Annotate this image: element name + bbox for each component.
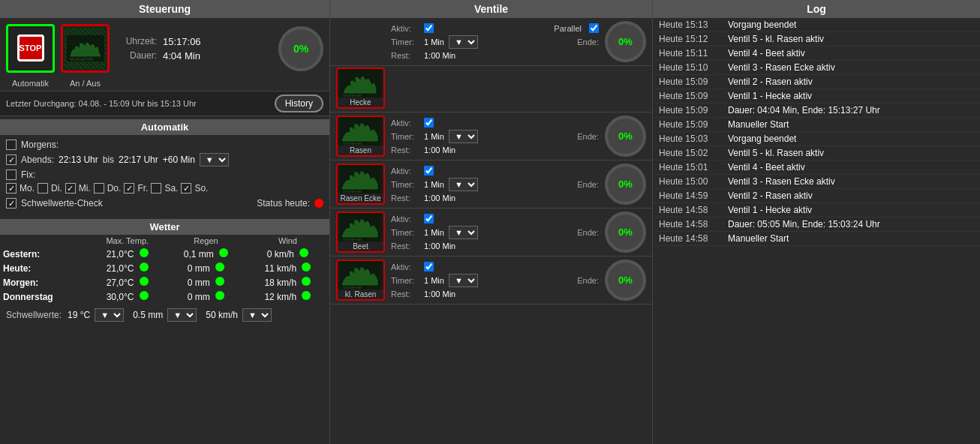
log-table: Heute 15:13 Vorgang beendet Heute 15:12 … bbox=[653, 18, 980, 444]
steuerung-panel: Steuerung STOP NEXR★STAR Uhrzeit: 15:17:… bbox=[0, 0, 330, 444]
do-regen-dot bbox=[215, 291, 224, 300]
beet-timer-dropdown[interactable]: ▼ bbox=[449, 226, 478, 239]
morgen-temp: 27,0°C bbox=[89, 275, 166, 290]
morgens-label: Morgens: bbox=[21, 140, 59, 150]
rasen-percent: 0% bbox=[605, 116, 646, 157]
stop-button[interactable]: STOP bbox=[6, 24, 55, 73]
morgen-regen: 0 mm bbox=[166, 275, 246, 290]
log-entry-text: Dauer: 05:05 Min, Ende: 15:03:24 Uhr bbox=[728, 219, 880, 230]
list-item: Heute 15:02 Ventil 5 - kl. Rasen aktiv bbox=[653, 146, 980, 160]
list-item: Heute 14:58 Ventil 1 - Hecke aktiv bbox=[653, 203, 980, 218]
klrasen-thumb[interactable]: NEXR★STAR kl. Rasen bbox=[336, 260, 385, 301]
anaus-label: An / Aus bbox=[61, 79, 110, 88]
hecke-parallel-checkbox[interactable] bbox=[589, 23, 599, 33]
rasenecke-controls: Aktiv: Timer: 1 Min ▼ Ende: Rest: 1:00 M… bbox=[391, 166, 599, 202]
log-time: Heute 14:58 bbox=[659, 233, 719, 244]
hecke-thumb[interactable]: NEXR★STAR Hecke bbox=[336, 68, 385, 109]
ende-header: Ende: bbox=[577, 38, 599, 46]
do-temp: 30,0°C bbox=[89, 290, 166, 304]
hecke-aktiv-checkbox[interactable] bbox=[424, 23, 434, 33]
sw-temp-dropdown[interactable]: ▼ bbox=[95, 308, 124, 322]
log-time: Heute 14:58 bbox=[659, 205, 719, 215]
sw-temp: 19 °C bbox=[68, 310, 90, 320]
svg-text:NEXR★STAR: NEXR★STAR bbox=[343, 238, 362, 242]
heute-label: Heute: bbox=[0, 261, 89, 275]
heute-temp-dot bbox=[140, 262, 149, 272]
morgens-row: Morgens: bbox=[6, 140, 323, 150]
list-item: Heute 15:00 Ventil 3 - Rasen Ecke aktiv bbox=[653, 175, 980, 189]
log-entry-text: Vorgang beendet bbox=[728, 20, 796, 30]
log-time: Heute 15:02 bbox=[659, 148, 719, 158]
abends-bis: bis bbox=[103, 154, 114, 165]
beet-thumb[interactable]: NEXR★STAR Beet bbox=[336, 212, 385, 253]
morgens-checkbox[interactable] bbox=[6, 140, 17, 150]
log-panel: Log Heute 15:13 Vorgang beendet Heute 15… bbox=[653, 0, 980, 444]
so-checkbox[interactable] bbox=[181, 183, 191, 194]
morgen-wind-dot bbox=[302, 277, 311, 286]
ventile-title: Ventile bbox=[330, 0, 652, 18]
log-entry-text: Ventil 2 - Rasen aktiv bbox=[728, 76, 813, 87]
parallel-header: Parallel bbox=[554, 24, 582, 33]
gestern-temp: 21,0°C bbox=[89, 247, 166, 261]
log-entry-text: Dauer: 04:04 Min, Ende: 15:13:27 Uhr bbox=[728, 105, 880, 116]
hecke-timer-dropdown[interactable]: ▼ bbox=[449, 35, 478, 49]
log-entry-text: Ventil 5 - kl. Rasen aktiv bbox=[728, 34, 824, 44]
klrasen-timer-dropdown[interactable]: ▼ bbox=[449, 274, 478, 287]
wetter-section: Wetter Max. Temp. Regen Wind Gestern: 21… bbox=[0, 216, 329, 325]
beet-row: NEXR★STAR Beet Aktiv: Timer: 1 Min ▼ End… bbox=[330, 208, 652, 256]
status-label: Status heute: bbox=[257, 198, 310, 208]
rasenecke-aktiv-checkbox[interactable] bbox=[424, 166, 434, 176]
abends-checkbox[interactable] bbox=[6, 154, 17, 165]
sw-wind-dropdown[interactable]: ▼ bbox=[242, 308, 272, 322]
mo-label: Mo. bbox=[20, 183, 35, 194]
rasen-thumb[interactable]: NEXR★STAR Rasen bbox=[336, 116, 385, 157]
rasenecke-thumb[interactable]: NEXR★STAR Rasen Ecke bbox=[336, 164, 385, 205]
schwellwerte-label: Schwellwerte: bbox=[6, 310, 62, 320]
rasen-aktiv-checkbox[interactable] bbox=[424, 118, 434, 128]
list-item: Heute 15:01 Ventil 4 - Beet aktiv bbox=[653, 160, 980, 175]
days-row: Mo. Di. Mi. Do. Fr. Sa. So. bbox=[6, 183, 323, 194]
main-percent: 0% bbox=[278, 26, 323, 71]
history-button[interactable]: History bbox=[275, 94, 323, 112]
automatik-label: Automatik bbox=[6, 79, 55, 88]
morgen-label: Morgen: bbox=[0, 275, 89, 290]
hecke-percent: 0% bbox=[605, 21, 646, 62]
list-item: Heute 15:09 Manueller Start bbox=[653, 118, 980, 132]
log-entry-text: Manueller Start bbox=[728, 233, 789, 244]
timer-header: Timer: bbox=[391, 38, 419, 46]
di-checkbox[interactable] bbox=[38, 183, 48, 194]
schwell-checkbox[interactable] bbox=[6, 198, 17, 208]
gestern-regen: 0,1 mm bbox=[166, 247, 246, 261]
do-checkbox[interactable] bbox=[94, 183, 104, 194]
log-entry-text: Ventil 1 - Hecke aktiv bbox=[728, 205, 812, 215]
rasenecke-timer-dropdown[interactable]: ▼ bbox=[449, 178, 478, 191]
table-row: Donnerstag 30,0°C 0 mm 12 km/h bbox=[0, 290, 329, 304]
log-time: Heute 15:09 bbox=[659, 76, 719, 87]
wetter-title: Wetter bbox=[0, 219, 329, 235]
svg-text:NEXR★STAR: NEXR★STAR bbox=[343, 94, 362, 98]
mi-checkbox[interactable] bbox=[65, 183, 76, 194]
log-time: Heute 15:11 bbox=[659, 48, 719, 58]
fix-checkbox[interactable] bbox=[6, 170, 17, 180]
mo-checkbox[interactable] bbox=[6, 183, 17, 194]
morgen-regen-dot bbox=[215, 277, 224, 286]
klrasen-aktiv-checkbox[interactable] bbox=[424, 262, 434, 272]
abends-dropdown[interactable]: ▼ bbox=[200, 153, 229, 166]
automatik-header: Automatik bbox=[0, 119, 329, 135]
list-item: Heute 15:09 Ventil 2 - Rasen aktiv bbox=[653, 75, 980, 89]
beet-aktiv-checkbox[interactable] bbox=[424, 214, 434, 224]
fr-checkbox[interactable] bbox=[124, 183, 134, 194]
log-entry-text: Ventil 3 - Rasen Ecke aktiv bbox=[728, 176, 835, 187]
sw-regen-dropdown[interactable]: ▼ bbox=[167, 308, 197, 322]
wetter-regen-header: Regen bbox=[166, 235, 246, 247]
ventile-panel: Ventile Aktiv: Parallel Timer: 1 Min ▼ E… bbox=[330, 0, 653, 444]
rasen-timer-dropdown[interactable]: ▼ bbox=[449, 130, 478, 143]
sa-checkbox[interactable] bbox=[151, 183, 161, 194]
list-item: Heute 15:13 Vorgang beendet bbox=[653, 18, 980, 32]
heute-temp: 21,0°C bbox=[89, 261, 166, 275]
uhrzeit-value: 15:17:06 bbox=[163, 36, 201, 47]
so-label: So. bbox=[194, 183, 208, 194]
anaus-button[interactable]: NEXR★STAR bbox=[61, 24, 110, 73]
log-time: Heute 14:58 bbox=[659, 219, 719, 230]
hecke-timer: 1 Min bbox=[424, 38, 444, 46]
